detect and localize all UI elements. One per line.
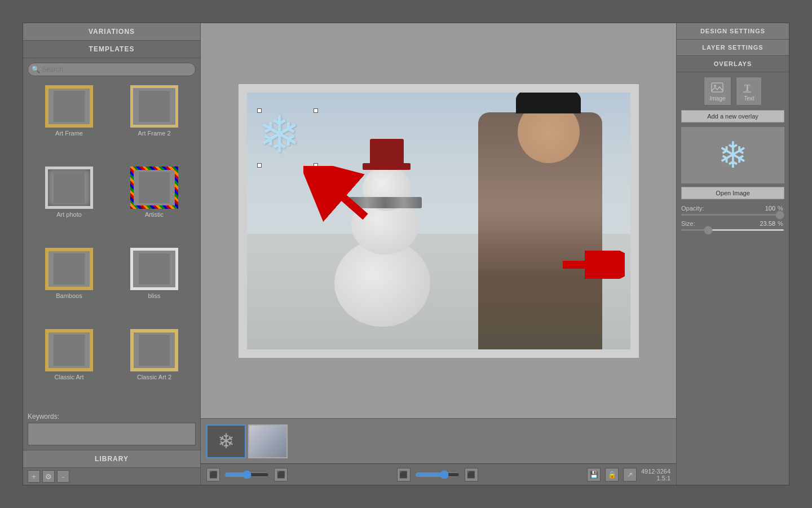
add-overlay-button[interactable]: Add a new overlay <box>681 110 784 122</box>
template-classic-art-2[interactable]: Classic Art 2 <box>113 327 196 406</box>
app-window: VARIATIONS TEMPLATES 🔍 Art Frame <box>23 23 789 485</box>
template-label-art-frame: Art Frame <box>55 130 83 137</box>
svg-text:T: T <box>744 83 751 93</box>
template-art-frame-2[interactable]: Art Frame 2 <box>113 83 196 162</box>
svg-rect-4 <box>712 83 723 92</box>
overlay-preview: ❄ <box>681 127 784 183</box>
template-classic-art[interactable]: Classic Art <box>28 327 111 406</box>
template-artistic[interactable]: Artistic <box>113 164 196 243</box>
library-add-button[interactable]: + <box>28 470 40 483</box>
snowflake-overlay[interactable]: ❄ <box>258 110 301 160</box>
template-label-classic-art-2: Classic Art 2 <box>137 374 171 380</box>
text-icon: T <box>742 81 756 94</box>
design-settings-tab[interactable]: DESIGN SETTINGS <box>677 23 789 40</box>
template-bliss[interactable]: bliss <box>113 246 196 325</box>
templates-grid: Art Frame Art Frame 2 Art photo <box>23 81 200 408</box>
zoom-slider-right[interactable] <box>415 470 460 479</box>
size-slider-row <box>681 229 784 231</box>
opacity-slider[interactable] <box>681 214 784 216</box>
template-thumb-classic-art-2 <box>130 329 178 371</box>
svg-point-5 <box>714 85 716 87</box>
ratio-value: 1.5:1 <box>641 475 670 481</box>
template-art-photo[interactable]: Art photo <box>28 164 111 243</box>
save-button[interactable]: 💾 <box>587 468 601 481</box>
photo-canvas: ❄ <box>239 84 639 358</box>
filmstrip-thumb-2-image <box>249 426 286 457</box>
left-panel: VARIATIONS TEMPLATES 🔍 Art Frame <box>23 23 201 485</box>
library-settings-button[interactable]: ⚙ <box>42 470 55 483</box>
variations-tab[interactable]: VARIATIONS <box>23 23 200 41</box>
search-input[interactable] <box>28 63 196 76</box>
template-thumb-art-photo <box>45 167 93 209</box>
opacity-slider-row <box>681 214 784 216</box>
filmstrip-thumb-2[interactable] <box>248 424 288 458</box>
coordinate-info: 4912·3264 1.5:1 <box>641 468 670 481</box>
keywords-label: Keywords: <box>28 413 59 421</box>
view-mode-button-2[interactable]: ⬛ <box>397 468 411 481</box>
template-art-frame[interactable]: Art Frame <box>28 83 111 162</box>
search-icon: 🔍 <box>32 65 40 73</box>
main-content: VARIATIONS TEMPLATES 🔍 Art Frame <box>23 23 789 485</box>
filmstrip-thumb-1[interactable]: ❄ <box>206 424 246 458</box>
image-overlay-label: Image <box>710 95 726 102</box>
center-panel: ❄ <box>201 23 676 485</box>
canvas-area[interactable]: ❄ <box>201 23 676 418</box>
size-slider[interactable] <box>681 229 784 231</box>
zoom-out-button[interactable]: ⬛ <box>465 468 478 481</box>
template-thumb-bamboos <box>45 248 93 290</box>
overlay-section: Image T Text Add a new overlay ❄ Open Im… <box>677 72 789 240</box>
layer-settings-tab[interactable]: LAYER SETTINGS <box>677 40 789 56</box>
view-mode-button[interactable]: ⬛ <box>206 468 220 481</box>
template-thumb-classic-art <box>45 329 93 371</box>
filmstrip: ❄ <box>201 418 676 463</box>
template-label-art-photo: Art photo <box>56 211 82 218</box>
search-bar: 🔍 <box>28 63 196 76</box>
export-button[interactable]: ↗ <box>623 468 637 481</box>
template-thumb-art-frame <box>45 85 93 128</box>
overlay-icons-row: Image T Text <box>681 77 784 106</box>
keywords-section: Keywords: <box>23 408 200 450</box>
text-overlay-button[interactable]: T Text <box>736 77 762 106</box>
library-tab[interactable]: LIBRARY <box>23 450 200 467</box>
overlays-tab[interactable]: OVERLAYS <box>677 56 789 72</box>
bottom-toolbar: ⬛ ⬛ ⬛ ⬛ 💾 🔒 ↗ 4912·3264 1.5:1 <box>201 463 676 485</box>
template-label-bamboos: Bamboos <box>56 292 82 299</box>
zoom-fit-button[interactable]: ⬛ <box>274 468 288 481</box>
image-overlay-button[interactable]: Image <box>704 77 732 106</box>
lock-button[interactable]: 🔒 <box>605 468 619 481</box>
image-icon <box>710 81 724 94</box>
template-thumb-bliss <box>130 248 178 290</box>
text-overlay-label: Text <box>744 95 754 102</box>
zoom-slider-left[interactable] <box>224 470 270 479</box>
filmstrip-thumb-1-icon: ❄ <box>208 426 245 457</box>
template-thumb-art-frame-2 <box>130 85 178 128</box>
template-label-bliss: bliss <box>148 292 160 299</box>
main-photo: ❄ <box>247 93 630 349</box>
library-toolbar: + ⚙ - <box>23 467 200 485</box>
keywords-box[interactable] <box>28 423 196 445</box>
template-label-art-frame-2: Art Frame 2 <box>138 130 170 137</box>
coord-values: 4912·3264 <box>641 468 670 475</box>
templates-tab[interactable]: TEMPLATES <box>23 41 200 58</box>
open-image-button[interactable]: Open Image <box>681 187 784 199</box>
template-bamboos[interactable]: Bamboos <box>28 246 111 325</box>
template-thumb-artistic <box>130 167 178 209</box>
template-label-classic-art: Classic Art <box>55 374 84 380</box>
photo-scene: ❄ <box>247 93 630 349</box>
library-remove-button[interactable]: - <box>57 470 69 483</box>
template-label-artistic: Artistic <box>145 211 164 218</box>
right-panel: DESIGN SETTINGS LAYER SETTINGS OVERLAYS … <box>676 23 789 485</box>
